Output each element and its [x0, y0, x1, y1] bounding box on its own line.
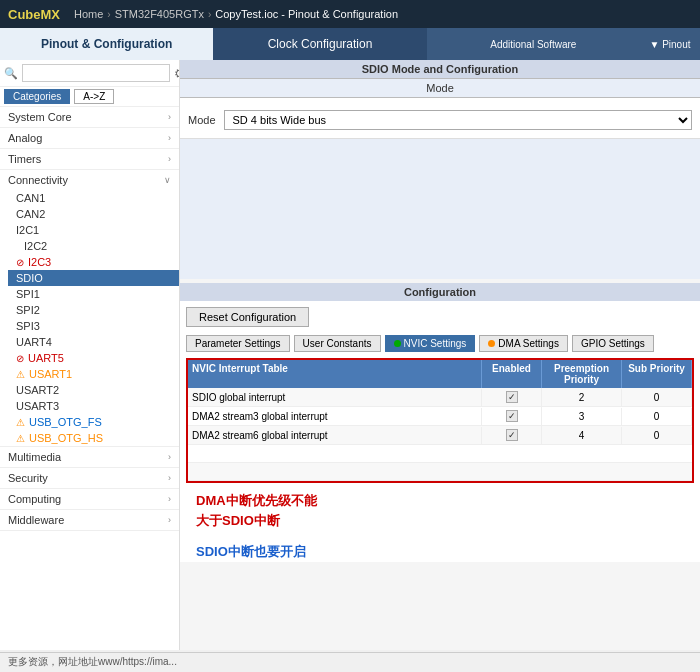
mode-row: Mode SD 4 bits Wide bus	[188, 110, 692, 130]
sidebar-section-computing: Computing ›	[0, 489, 179, 510]
breadcrumb-mcu[interactable]: STM32F405RGTx	[115, 8, 204, 20]
sidebar-section-header-timers[interactable]: Timers ›	[0, 149, 179, 169]
sidebar-item-can1[interactable]: CAN1	[8, 190, 179, 206]
sidebar-section-security: Security ›	[0, 468, 179, 489]
tab-pinout-short[interactable]: ▼ Pinout	[640, 28, 700, 60]
sidebar-section-multimedia: Multimedia ›	[0, 447, 179, 468]
nvic-cell-preemption-1[interactable]: 3	[542, 408, 622, 425]
chevron-down-icon: ∨	[164, 175, 171, 185]
config-tabs: Parameter Settings User Constants NVIC S…	[180, 333, 700, 354]
config-spacer	[180, 139, 700, 279]
nvic-settings-label: NVIC Settings	[404, 338, 467, 349]
nvic-col-header-sub: Sub Priority	[622, 360, 692, 388]
sidebar-section-connectivity: Connectivity ∨ CAN1 CAN2 I2C1 I2C2 ⊘ I2C…	[0, 170, 179, 447]
sidebar-item-i2c3[interactable]: ⊘ I2C3	[8, 254, 179, 270]
tab-additional-software[interactable]: Additional Software	[427, 28, 640, 60]
nvic-cell-sub-2: 0	[622, 427, 692, 444]
sidebar-item-spi1[interactable]: SPI1	[8, 286, 179, 302]
sidebar-section-header-computing[interactable]: Computing ›	[0, 489, 179, 509]
sidebar-section-header-connectivity[interactable]: Connectivity ∨	[0, 170, 179, 190]
annotations-area: DMA中断优先级不能大于SDIO中断 SDIO中断也要开启	[196, 491, 684, 562]
sidebar-item-i2c2[interactable]: I2C2	[8, 238, 179, 254]
chevron-right-icon-5: ›	[168, 473, 171, 483]
chevron-right-icon-4: ›	[168, 452, 171, 462]
sidebar: 🔍 ⚙ Categories A->Z System Core › Analog…	[0, 60, 180, 650]
tab-gpio-settings[interactable]: GPIO Settings	[572, 335, 654, 352]
tab-nvic-settings[interactable]: NVIC Settings	[385, 335, 476, 352]
sidebar-item-i2c1[interactable]: I2C1	[8, 222, 179, 238]
connectivity-items: CAN1 CAN2 I2C1 I2C2 ⊘ I2C3 SDIO SPI1 SPI…	[0, 190, 179, 446]
tab-clock-config[interactable]: Clock Configuration	[213, 28, 426, 60]
sidebar-search-bar: 🔍 ⚙	[0, 60, 179, 87]
checkbox-dma2-stream6-enabled[interactable]: ✓	[506, 429, 518, 441]
tab-user-constants[interactable]: User Constants	[294, 335, 381, 352]
main-content: SDIO Mode and Configuration Mode Mode SD…	[180, 60, 700, 650]
sidebar-item-uart4[interactable]: UART4	[8, 334, 179, 350]
reset-configuration-button[interactable]: Reset Configuration	[186, 307, 309, 327]
filter-atoz-button[interactable]: A->Z	[74, 89, 114, 104]
nvic-cell-sub-0: 0	[622, 389, 692, 406]
dma-dot-icon	[488, 340, 495, 347]
sidebar-item-usart1[interactable]: ⚠ USART1	[8, 366, 179, 382]
chevron-right-icon-7: ›	[168, 515, 171, 525]
nvic-table-container: NVIC Interrupt Table Enabled Preemption …	[186, 358, 694, 483]
chevron-right-icon-6: ›	[168, 494, 171, 504]
parameter-settings-label: Parameter Settings	[195, 338, 281, 349]
logo: CubeMX	[8, 7, 60, 22]
table-row: DMA2 stream6 global interrupt ✓ 4 0	[188, 426, 692, 445]
nvic-col-header-enabled: Enabled	[482, 360, 542, 388]
nvic-col-header-preemption: Preemption Priority	[542, 360, 622, 388]
tab-parameter-settings[interactable]: Parameter Settings	[186, 335, 290, 352]
top-bar: CubeMX Home › STM32F405RGTx › CopyTest.i…	[0, 0, 700, 28]
warning-icon: ⚠	[16, 369, 25, 380]
config-section: Configuration Reset Configuration Parame…	[180, 283, 700, 562]
breadcrumb-sep-1: ›	[107, 9, 110, 20]
nvic-cell-enabled-2[interactable]: ✓	[482, 426, 542, 444]
sidebar-section-header-security[interactable]: Security ›	[0, 468, 179, 488]
annotation-blue-text: SDIO中断也要开启	[196, 542, 684, 562]
config-title: Configuration	[180, 283, 700, 301]
sidebar-item-spi3[interactable]: SPI3	[8, 318, 179, 334]
sidebar-section-header-multimedia[interactable]: Multimedia ›	[0, 447, 179, 467]
mode-section: Mode SD 4 bits Wide bus	[180, 98, 700, 139]
sidebar-section-header-middleware[interactable]: Middleware ›	[0, 510, 179, 530]
search-input[interactable]	[22, 64, 170, 82]
sidebar-section-header-analog[interactable]: Analog ›	[0, 128, 179, 148]
warning-icon-2: ⚠	[16, 417, 25, 428]
sidebar-item-sdio[interactable]: SDIO	[8, 270, 179, 286]
chevron-right-icon: ›	[168, 112, 171, 122]
warning-icon-3: ⚠	[16, 433, 25, 444]
filter-categories-button[interactable]: Categories	[4, 89, 70, 104]
sidebar-section-header-system-core[interactable]: System Core ›	[0, 107, 179, 127]
error-icon: ⊘	[16, 257, 24, 268]
mode-label: Mode	[188, 114, 216, 126]
sidebar-item-usb-otg-fs[interactable]: ⚠ USB_OTG_FS	[8, 414, 179, 430]
tab-pinout-config[interactable]: Pinout & Configuration	[0, 28, 213, 60]
nvic-cell-enabled-0[interactable]: ✓	[482, 388, 542, 406]
tab-dma-settings[interactable]: DMA Settings	[479, 335, 568, 352]
chevron-right-icon-3: ›	[168, 154, 171, 164]
sidebar-item-spi2[interactable]: SPI2	[8, 302, 179, 318]
bottom-bar-text: 更多资源，网址地址www/https://ima...	[8, 656, 177, 667]
nvic-dot-icon	[394, 340, 401, 347]
nvic-cell-name-1: DMA2 stream3 global interrupt	[188, 408, 482, 425]
sidebar-item-usb-otg-hs[interactable]: ⚠ USB_OTG_HS	[8, 430, 179, 446]
sidebar-item-usart3[interactable]: USART3	[8, 398, 179, 414]
breadcrumb-home[interactable]: Home	[74, 8, 103, 20]
nvic-cell-sub-1: 0	[622, 408, 692, 425]
nvic-cell-enabled-1[interactable]: ✓	[482, 407, 542, 425]
mode-subsection-title: Mode	[180, 79, 700, 98]
nvic-cell-preemption-2[interactable]: 4	[542, 427, 622, 444]
mode-select[interactable]: SD 4 bits Wide bus	[224, 110, 692, 130]
breadcrumb-project[interactable]: CopyTest.ioc - Pinout & Configuration	[215, 8, 398, 20]
checkbox-dma2-stream3-enabled[interactable]: ✓	[506, 410, 518, 422]
table-row: SDIO global interrupt ✓ 2 0	[188, 388, 692, 407]
table-row-empty-2	[188, 463, 692, 481]
checkbox-sdio-enabled[interactable]: ✓	[506, 391, 518, 403]
nvic-cell-preemption-0[interactable]: 2	[542, 389, 622, 406]
sidebar-item-can2[interactable]: CAN2	[8, 206, 179, 222]
nvic-col-header-name: NVIC Interrupt Table	[188, 360, 482, 388]
main-layout: 🔍 ⚙ Categories A->Z System Core › Analog…	[0, 60, 700, 650]
sidebar-item-uart5[interactable]: ⊘ UART5	[8, 350, 179, 366]
sidebar-item-usart2[interactable]: USART2	[8, 382, 179, 398]
